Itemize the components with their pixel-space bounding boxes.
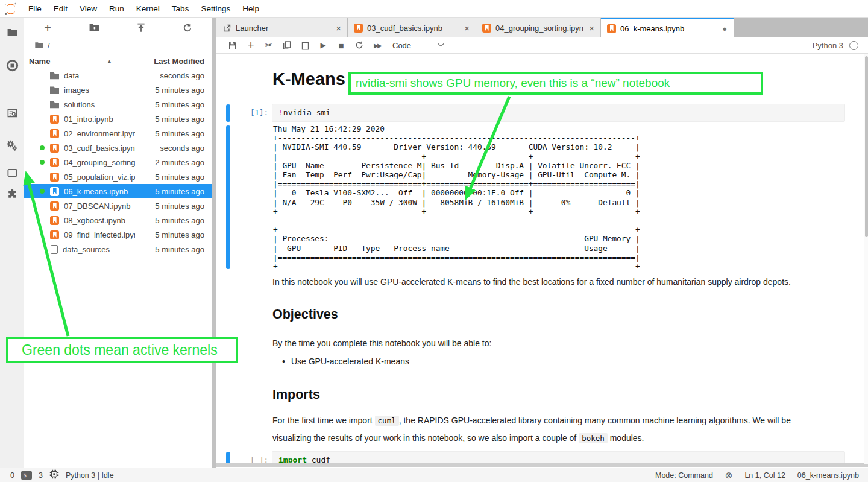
save-button[interactable] [224, 38, 242, 52]
breadcrumb[interactable]: / [24, 37, 212, 54]
tab-03-cudf-basics[interactable]: 03_cudf_basics.ipynb × [348, 18, 476, 37]
bullet-text: Use GPU-accelerated K-means [291, 357, 409, 366]
file-modified: seconds ago [135, 71, 212, 80]
horizontal-scrollbar[interactable] [216, 463, 868, 467]
code-token: smi [316, 108, 330, 117]
file-row[interactable]: 06_k-means.ipynb 5 minutes ago [24, 184, 212, 198]
interrupt-kernel-button[interactable]: ■ [332, 38, 350, 52]
extension-manager-icon[interactable] [0, 185, 24, 203]
column-last-modified[interactable]: Last Modified [135, 57, 212, 66]
output-line: |===============================+=======… [273, 179, 640, 188]
cell-type-dropdown[interactable]: Code [392, 41, 443, 50]
file-row[interactable]: 05_population_viz.ipynb 5 minutes ago [24, 170, 212, 184]
cell-collapser[interactable] [226, 452, 230, 463]
code-cell-input[interactable]: !nvidia-smi [272, 104, 845, 122]
paste-cells-button[interactable] [296, 38, 314, 52]
file-row[interactable]: 04_grouping_sorting.i... 2 minutes ago [24, 155, 212, 170]
upload-button[interactable] [133, 20, 149, 36]
menu-item[interactable]: Help [236, 0, 265, 18]
cursor-position[interactable]: Ln 1, Col 12 [744, 471, 785, 480]
kernel-status-text[interactable]: Python 3 | Idle [66, 471, 114, 480]
sort-ascending-icon: ▲ [107, 59, 112, 64]
file-type-icon [50, 201, 59, 211]
file-name: 07_DBSCAN.ipynb [64, 201, 135, 211]
bullet-icon: • [282, 357, 285, 366]
restart-run-all-button[interactable]: ▶▶ [368, 38, 386, 52]
close-tab-icon[interactable]: × [588, 23, 596, 33]
kernel-status-icon[interactable] [849, 41, 858, 50]
command-palette-icon[interactable] [0, 104, 24, 122]
code-token: cudf [307, 455, 330, 463]
file-type-icon [50, 129, 59, 138]
tab-label: 03_cudf_basics.ipynb [367, 24, 459, 33]
file-modified: 5 minutes ago [135, 187, 212, 196]
file-name: 02_environment.ipynb [64, 129, 135, 138]
file-row[interactable]: 02_environment.ipynb 5 minutes ago [24, 126, 212, 141]
menu-item[interactable]: Tabs [166, 0, 195, 18]
file-type-icon [50, 187, 59, 196]
new-launcher-button[interactable]: + [40, 20, 55, 36]
menu-item[interactable]: View [74, 0, 103, 18]
file-row[interactable]: data_sources 5 minutes ago [24, 242, 212, 256]
vertical-scrollbar[interactable] [864, 54, 868, 464]
menu-item[interactable]: File [22, 0, 48, 18]
output-collapser[interactable] [226, 125, 230, 269]
menu-item[interactable]: Settings [195, 0, 236, 18]
running-kernels-icon[interactable] [0, 56, 24, 74]
open-tabs-icon[interactable] [0, 163, 24, 182]
tab-04-grouping-sorting[interactable]: 04_grouping_sorting.ipynb × [476, 18, 601, 37]
add-cell-button[interactable]: + [242, 38, 260, 52]
tab-06-k-means[interactable]: 06_k-means.ipynb ● [601, 18, 734, 37]
tab-launcher[interactable]: Launcher × [216, 18, 348, 37]
output-line: +---------------------------------------… [273, 133, 640, 142]
annotation-text: Green dots mean active kernels [22, 342, 218, 358]
kernel-name[interactable]: Python 3 [813, 41, 843, 50]
file-modified: 5 minutes ago [135, 173, 212, 182]
file-browser-toolbar: + [24, 18, 212, 37]
file-row[interactable]: 03_cudf_basics.ipynb seconds ago [24, 141, 212, 155]
new-folder-button[interactable] [86, 20, 102, 36]
copy-cells-button[interactable] [278, 38, 296, 52]
file-type-icon [50, 144, 59, 153]
close-tab-icon[interactable]: × [463, 23, 471, 33]
file-row[interactable]: data seconds ago [24, 68, 212, 83]
menu-item[interactable]: Run [103, 0, 130, 18]
cut-cells-button[interactable]: ✂ [260, 38, 278, 52]
jupyterlab-window: FileEditViewRunKernelTabsSettingsHelp [0, 0, 868, 482]
file-row[interactable]: images 5 minutes ago [24, 83, 212, 97]
file-type-icon [50, 230, 59, 239]
inline-code: bokeh [579, 433, 608, 443]
running-sessions[interactable]: 0 $_ 3 Python 3 | Idle [0, 469, 114, 481]
tab-bar: Launcher × 03_cudf_basics.ipynb × 04_gro… [216, 18, 868, 37]
file-modified: 5 minutes ago [135, 86, 212, 95]
markdown-paragraph: By the time you complete this notebook y… [272, 335, 824, 352]
mode-indicator[interactable]: Mode: Command [655, 471, 713, 480]
breadcrumb-path: / [48, 41, 50, 50]
file-type-icon [50, 71, 59, 80]
file-row[interactable]: 09_find_infected.ipynb 5 minutes ago [24, 227, 212, 242]
code-cell-input[interactable]: import cudf [272, 451, 845, 463]
trust-shield-icon[interactable]: ⊗ [725, 471, 733, 480]
file-browser-icon[interactable] [0, 23, 24, 41]
property-inspector-icon[interactable] [0, 136, 24, 154]
menu-item[interactable]: Edit [48, 0, 74, 18]
file-row[interactable]: 08_xgboost.ipynb 5 minutes ago [24, 213, 212, 227]
file-row[interactable]: 01_intro.ipynb 5 minutes ago [24, 112, 212, 126]
run-cell-button[interactable]: ▶ [314, 38, 332, 52]
file-name: 08_xgboost.ipynb [64, 216, 135, 225]
file-row[interactable]: 07_DBSCAN.ipynb 5 minutes ago [24, 198, 212, 213]
file-browser-scrollbar[interactable] [212, 18, 216, 468]
kernel-chip-icon [49, 469, 59, 481]
file-row[interactable]: solutions 5 minutes ago [24, 97, 212, 112]
column-name[interactable]: Name ▲ [24, 57, 135, 66]
notebook-title: K-Means [272, 66, 345, 92]
menu-item[interactable]: Kernel [130, 0, 166, 18]
cell-type-value: Code [392, 41, 411, 50]
file-type-icon [50, 216, 59, 225]
restart-kernel-button[interactable] [350, 38, 368, 52]
refresh-button[interactable] [180, 20, 195, 36]
file-name: data [64, 71, 135, 80]
cell-collapser[interactable] [226, 104, 230, 122]
close-tab-icon[interactable]: × [335, 23, 342, 33]
scrollbar-thumb[interactable] [865, 56, 868, 237]
